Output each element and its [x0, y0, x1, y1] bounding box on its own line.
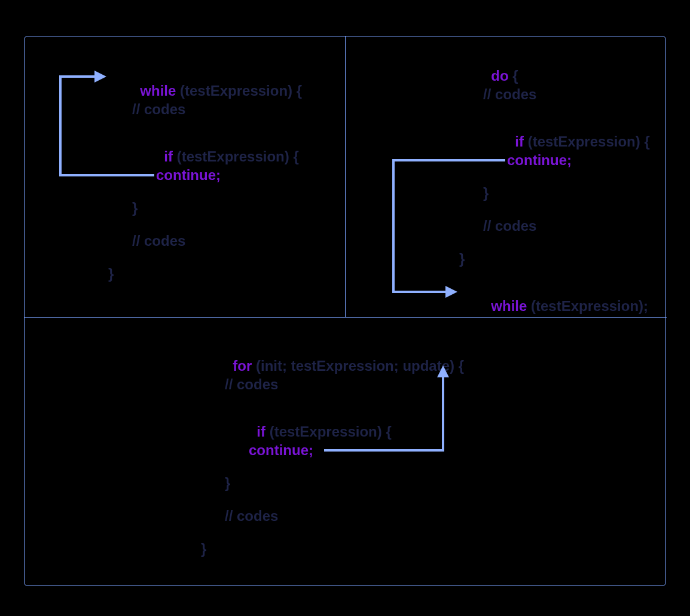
code-text: (testExpression) {: [524, 133, 650, 150]
keyword-continue: continue;: [156, 168, 221, 182]
keyword-while: while: [491, 298, 527, 314]
keyword-continue: continue;: [249, 443, 313, 458]
code-brace: }: [459, 252, 465, 266]
keyword-if: if: [515, 133, 524, 150]
svg-marker-0: [94, 71, 106, 83]
for-loop-panel: for (init; testExpression; update) { // …: [25, 318, 667, 587]
svg-marker-1: [445, 286, 457, 298]
while-loop-panel: while (testExpression) { // codes if (te…: [25, 36, 346, 318]
code-text: {: [509, 68, 518, 84]
code-text: (init; testExpression; update) {: [252, 358, 464, 374]
keyword-if: if: [257, 423, 265, 440]
code-text: (testExpression) {: [173, 148, 299, 164]
code-brace: }: [201, 542, 206, 556]
code-comment: // codes: [483, 87, 536, 102]
code-text: (testExpression) {: [265, 423, 392, 440]
do-while-loop-panel: do { // codes if (testExpression) { cont…: [346, 36, 667, 318]
code-brace: }: [225, 476, 230, 490]
code-text: (testExpression);: [527, 298, 648, 314]
code-comment: // codes: [225, 377, 278, 392]
code-comment: // codes: [225, 509, 278, 523]
code-comment: // codes: [132, 102, 185, 117]
code-comment: // codes: [483, 219, 536, 233]
code-brace: }: [132, 201, 138, 215]
keyword-continue: continue;: [507, 153, 572, 167]
code-brace: }: [483, 186, 489, 200]
diagram-grid: while (testExpression) { // codes if (te…: [24, 36, 666, 586]
keyword-for: for: [233, 358, 252, 374]
code-comment: // codes: [132, 234, 185, 248]
code-brace: }: [108, 267, 114, 281]
keyword-if: if: [164, 148, 173, 164]
keyword-while: while: [140, 83, 176, 99]
code-text: (testExpression) {: [176, 83, 302, 99]
keyword-do: do: [491, 68, 508, 84]
